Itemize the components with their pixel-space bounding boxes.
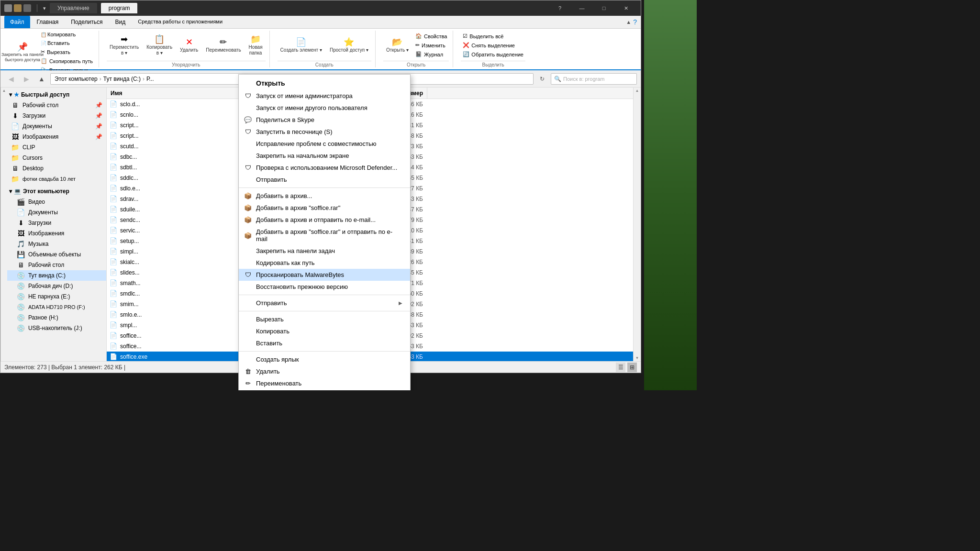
ctx-sep-4 — [239, 351, 410, 352]
ctx-add-rar-email[interactable]: 📦 Добавить в архив "soffice.rar" и отпра… — [239, 226, 410, 245]
ctx-rename[interactable]: ✏ Переименовать — [239, 377, 410, 389]
new-folder-button[interactable]: 📁 Новаяпапка — [246, 33, 266, 58]
tab-view[interactable]: Вид — [109, 16, 131, 28]
sidebar-item-desktop[interactable]: 🖥 Рабочий стол 📌 — [7, 100, 106, 110]
pin-button[interactable]: 📌 Закрепить на панелибыстрого доступа — [8, 41, 37, 65]
back-button[interactable]: ◀ — [4, 72, 18, 86]
invert-select-button[interactable]: 🔄 Обратить выделение — [461, 50, 525, 58]
sidebar-item-downloads[interactable]: ⬇ Загрузки 📌 — [7, 110, 106, 121]
edit-button[interactable]: ✏ Изменить — [413, 41, 449, 49]
ctx-delete[interactable]: 🗑 Удалить — [239, 365, 410, 377]
tab-share[interactable]: Поделиться — [65, 16, 108, 28]
move-to-button[interactable]: ➡ Переместитьв ▾ — [107, 33, 142, 58]
sidebar-item-clip[interactable]: 📁 CLIP — [7, 142, 106, 153]
this-pc-header[interactable]: ▾ 💻 Этот компьютер — [7, 186, 106, 197]
copy-path-button[interactable]: 📋 Скопировать путь — [39, 57, 95, 65]
context-menu-header[interactable]: Открыть — [239, 77, 410, 90]
help-button[interactable]: ? — [549, 0, 571, 16]
rename-button[interactable]: ✏ Переименовать — [203, 36, 244, 55]
sidebar-item-img2[interactable]: 🖼 Изображения — [7, 228, 106, 239]
ctx-compat[interactable]: Исправление проблем с совместимостью — [239, 138, 410, 150]
ribbon-group-select: ☑ Выделить всё ❌ Снять выделение 🔄 Обрат… — [457, 31, 529, 67]
ctx-sep-3 — [239, 311, 410, 311]
ctx-pin-start[interactable]: Закрепить на начальном экране — [239, 150, 410, 162]
ctx-paste[interactable]: Вставить — [239, 337, 410, 349]
sidebar-item-desktop2[interactable]: 🖥 Desktop — [7, 163, 106, 174]
minimize-button[interactable]: — — [571, 0, 593, 16]
tab-manage[interactable]: Управление — [50, 3, 97, 13]
deselect-button[interactable]: ❌ Снять выделение — [461, 41, 525, 49]
journal-button[interactable]: 📓 Журнал — [413, 50, 449, 58]
close-button[interactable]: ✕ — [615, 0, 637, 16]
scroll-down-btn[interactable]: ▼ — [635, 355, 640, 361]
quick-access-header[interactable]: ▾ ★ Быстрый доступ — [7, 89, 106, 100]
sidebar-item-e-drive[interactable]: 💿 НЕ парнуха (Е:) — [7, 291, 106, 302]
copy-to-button[interactable]: 📋 Копироватьв ▾ — [144, 33, 175, 58]
sidebar-item-f-drive[interactable]: 💿 ADATA HD710 PRO (F:) — [7, 302, 106, 312]
refresh-button[interactable]: ↻ — [535, 72, 549, 86]
easy-access-button[interactable]: ⭐ Простой доступ ▾ — [327, 36, 371, 55]
ctx-add-archive[interactable]: 📦 Добавить в архив... — [239, 190, 410, 202]
ctx-create-shortcut[interactable]: Создать ярлык — [239, 353, 410, 365]
forward-button[interactable]: ▶ — [20, 72, 33, 86]
ctx-cut[interactable]: Вырезать — [239, 313, 410, 325]
scroll-up[interactable]: ▲ — [2, 88, 6, 93]
sidebar-item-music[interactable]: 🎵 Музыка — [7, 239, 106, 249]
ctx-pin-taskbar-label: Закрепить на панели задач — [256, 247, 335, 254]
sidebar-item-usb[interactable]: 💿 USB-накопитель (J:) — [7, 323, 106, 333]
ctx-copy[interactable]: Копировать — [239, 325, 410, 337]
sidebar-item-d-drive[interactable]: 💿 Рабочая дич (D:) — [7, 281, 106, 291]
sidebar-item-3d[interactable]: 💾 Объемные объекты — [7, 249, 106, 260]
sidebar-item-desktop3[interactable]: 🖥 Рабочий стол — [7, 260, 106, 270]
open-big-button[interactable]: 📂 Открыть ▾ — [383, 36, 412, 55]
ctx-skype[interactable]: 💬 Поделиться в Skype — [239, 114, 410, 126]
ctx-encode-path[interactable]: Кодировать как путь — [239, 257, 410, 269]
tab-home[interactable]: Главная — [31, 16, 65, 28]
copy-button[interactable]: 📋 Копировать — [39, 31, 95, 38]
ribbon-toggle[interactable]: ▲ — [626, 19, 631, 25]
sidebar-item-documents[interactable]: 📄 Документы 📌 — [7, 121, 106, 132]
ctx-run-other[interactable]: Запуск от имени другого пользователя — [239, 102, 410, 114]
select-all-button[interactable]: ☑ Выделить всё — [461, 32, 525, 40]
scroll-up-btn[interactable]: ▲ — [635, 88, 640, 94]
create-item-button[interactable]: 📄 Создать элемент ▾ — [278, 36, 325, 55]
grid-view-btn[interactable]: ⊞ — [627, 363, 637, 372]
pin-indicator2: 📌 — [95, 112, 102, 119]
ctx-restore[interactable]: Восстановить прежнюю версию — [239, 281, 410, 293]
open-label: Открыть ▾ — [386, 47, 409, 53]
file-icon: 📄 — [109, 342, 118, 350]
maximize-button[interactable]: □ — [593, 0, 615, 16]
tab-program[interactable]: program — [101, 3, 138, 13]
ctx-defender[interactable]: 🛡 Проверка с использованием Microsoft De… — [239, 162, 410, 174]
sidebar-item-c-drive[interactable]: 💿 Тут винда (С:) — [7, 270, 106, 281]
sidebar-item-wedding[interactable]: 📁 фотки свадьба 10 лет — [7, 174, 106, 184]
ctx-pin-taskbar[interactable]: Закрепить на панели задач — [239, 245, 410, 257]
sidebar-item-images[interactable]: 🖼 Изображения 📌 — [7, 132, 106, 142]
file-icon: 📄 — [109, 311, 118, 318]
tab-file[interactable]: Файл — [4, 16, 30, 28]
tab-app-tools[interactable]: Средства работы с приложениями — [132, 16, 228, 28]
sidebar-item-cursors[interactable]: 📁 Cursors — [7, 153, 106, 163]
ctx-add-rar[interactable]: 📦 Добавить в архив "soffice.rar" — [239, 202, 410, 214]
properties-button[interactable]: 🏠 Свойства — [413, 32, 449, 40]
ctx-send2[interactable]: Отправить ▶ — [239, 297, 410, 309]
paste-button[interactable]: 📄 Вставить — [39, 39, 95, 47]
sidebar-item-docs2[interactable]: 📄 Документы — [7, 207, 106, 218]
ctx-rar-email-icon: 📦 — [244, 232, 252, 239]
cut-button[interactable]: ✂ Вырезать — [39, 48, 95, 56]
sidebar-item-dl2[interactable]: ⬇ Загрузки — [7, 218, 106, 228]
list-view-btn[interactable]: ☰ — [616, 363, 625, 372]
ctx-send1[interactable]: Отправить — [239, 174, 410, 186]
ctx-add-email[interactable]: 📦 Добавить в архив и отправить по e-mail… — [239, 214, 410, 226]
help-icon[interactable]: ? — [633, 18, 637, 26]
ctx-sandbox[interactable]: 🛡 Запустить в песочнице (S) — [239, 126, 410, 138]
ctx-malwarebytes[interactable]: 🛡 Просканировать MalwareBytes — [239, 269, 410, 281]
sidebar-item-video[interactable]: 🎬 Видео — [7, 197, 106, 207]
col-header-name[interactable]: Имя — [107, 88, 241, 99]
up-button[interactable]: ▲ — [35, 72, 48, 86]
delete-button[interactable]: ✕ Удалить — [177, 36, 201, 55]
ctx-run-admin[interactable]: 🛡 Запуск от имени администратора — [239, 90, 410, 102]
search-box[interactable]: 🔍 Поиск в: program — [551, 73, 637, 85]
sidebar-item-h-drive[interactable]: 💿 Разное (H:) — [7, 312, 106, 323]
create-icon: 📄 — [296, 38, 306, 46]
